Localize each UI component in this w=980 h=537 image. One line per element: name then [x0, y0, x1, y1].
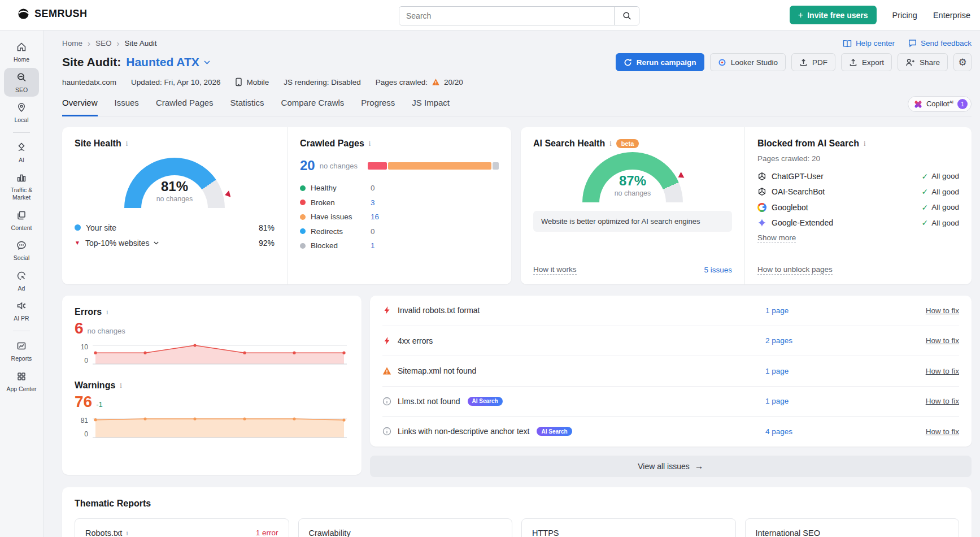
crawled-row-count-link[interactable]: 16	[371, 213, 379, 221]
how-to-fix-link[interactable]: How to fix	[907, 427, 959, 436]
sidebar-item-content[interactable]: Content	[4, 206, 39, 235]
view-all-issues-button[interactable]: View all issues →	[370, 456, 972, 477]
ai-search-badge: AI Search	[468, 397, 503, 406]
sidebar-item-ai-pr[interactable]: AI PR	[4, 296, 39, 326]
blocked-ai-title: Blocked from AI Search	[757, 138, 859, 149]
issue-row-4xx-errors[interactable]: 4xx errors 2 pages How to fix	[382, 326, 959, 356]
sidebar-item-traffic-market[interactable]: Traffic & Market	[4, 168, 39, 204]
ytick-label: 10	[81, 343, 88, 351]
settings-gear-button[interactable]: ⚙	[953, 53, 972, 71]
issue-pages-link[interactable]: 1 page	[765, 306, 901, 315]
how-it-works-link[interactable]: How it works	[533, 265, 577, 275]
breadcrumb-home[interactable]: Home	[62, 39, 82, 47]
share-button[interactable]: Share	[898, 53, 948, 71]
tab-compare-crawls[interactable]: Compare Crawls	[281, 98, 345, 116]
issue-row-llms-not-found[interactable]: Llms.txt not found AI Search 1 page How …	[382, 386, 959, 417]
crawled-row-count-link[interactable]: 3	[371, 198, 375, 207]
tab-progress[interactable]: Progress	[361, 98, 395, 116]
bot-name: OAI-SearchBot	[772, 187, 825, 196]
audit-domain: hauntedatx.com	[62, 78, 116, 86]
crawled-row-blocked: Blocked 1	[300, 239, 499, 253]
seo-icon	[4, 72, 39, 84]
export-button[interactable]: Export	[841, 53, 892, 71]
thematic-card-https[interactable]: HTTPS	[521, 518, 736, 537]
green-dot-icon	[300, 185, 306, 191]
bot-status: All good	[931, 219, 959, 227]
pdf-button[interactable]: PDF	[791, 53, 835, 71]
issue-label: Links with non-descriptive anchor text	[398, 427, 529, 436]
sidebar-item-ai[interactable]: AI	[4, 138, 39, 167]
pricing-link[interactable]: Pricing	[892, 11, 917, 20]
ai-search-health-panel: AI Search Health i beta 87% no changes	[521, 127, 744, 284]
sidebar-item-home[interactable]: Home	[4, 37, 39, 67]
ai-search-message: Website is better optimized for AI searc…	[533, 211, 732, 232]
sidebar-item-seo[interactable]: SEO	[4, 68, 39, 97]
semrush-logo-icon	[17, 7, 30, 20]
help-center-link[interactable]: Help center	[843, 39, 895, 47]
tab-overview[interactable]: Overview	[62, 98, 98, 116]
sidebar-item-reports[interactable]: Reports	[4, 336, 39, 366]
audit-updated: Updated: Fri, Apr 10, 2026	[131, 78, 220, 86]
how-to-fix-link[interactable]: How to fix	[907, 306, 959, 315]
how-to-unblock-link[interactable]: How to unblock pages	[757, 265, 833, 275]
looker-studio-icon	[718, 58, 726, 67]
gear-icon: ⚙	[958, 57, 966, 68]
issue-pages-link[interactable]: 1 page	[765, 367, 901, 375]
bot-row-chatgpt-user: ChatGPT-User ✓All good	[757, 168, 959, 184]
crawled-row-count-link[interactable]: 1	[371, 241, 375, 250]
ai-issues-link[interactable]: 5 issues	[704, 266, 732, 274]
thematic-card-crawlability[interactable]: Crawlability	[298, 518, 513, 537]
issue-row-sitemap-not-found[interactable]: Sitemap.xml not found 1 page How to fix	[382, 356, 959, 386]
issue-pages-link[interactable]: 2 pages	[765, 336, 901, 345]
issue-row-invalid-robots[interactable]: Invalid robots.txt format 1 page How to …	[382, 296, 959, 326]
semrush-logo[interactable]: SEMRUSH	[17, 7, 88, 20]
issue-pages-link[interactable]: 4 pages	[765, 427, 901, 436]
tab-issues[interactable]: Issues	[115, 98, 139, 116]
sidebar-item-app-center[interactable]: App Center	[4, 367, 39, 396]
bot-status: All good	[931, 203, 959, 211]
issue-row-nondescriptive-anchor[interactable]: Links with non-descriptive anchor text A…	[382, 416, 959, 447]
issue-pages-link[interactable]: 1 page	[765, 397, 901, 405]
thematic-label: Crawlability	[309, 529, 351, 537]
show-more-link[interactable]: Show more	[757, 233, 796, 243]
how-to-fix-link[interactable]: How to fix	[907, 336, 959, 345]
add-user-icon	[905, 58, 915, 67]
sidebar-item-label: AI PR	[4, 315, 39, 322]
tab-js-impact[interactable]: JS Impact	[412, 98, 450, 116]
how-to-fix-link[interactable]: How to fix	[907, 367, 959, 375]
breadcrumb-seo[interactable]: SEO	[95, 39, 112, 47]
search-button[interactable]	[614, 7, 639, 25]
warning-triangle-icon	[382, 366, 391, 375]
audit-device: Mobile	[235, 77, 269, 86]
looker-studio-button[interactable]: Looker Studio	[710, 53, 786, 71]
tab-statistics[interactable]: Statistics	[230, 98, 264, 116]
legend-top10-websites[interactable]: ▼ Top-10% websites 92%	[75, 235, 275, 250]
legend-value: 92%	[259, 239, 275, 248]
sidebar-item-local[interactable]: Local	[4, 98, 39, 127]
crawled-row-count: 0	[371, 184, 375, 192]
thematic-reports-card: Thematic Reports Robots.txt i 1 error Cr…	[62, 487, 972, 537]
device-label: Mobile	[246, 78, 269, 86]
sidebar-item-label: SEO	[4, 86, 39, 94]
thematic-card-robots-txt[interactable]: Robots.txt i 1 error	[75, 518, 289, 537]
invite-free-users-button[interactable]: + Invite free users	[790, 6, 877, 24]
thematic-card-international-seo[interactable]: International SEO	[745, 518, 960, 537]
rerun-campaign-button[interactable]: Rerun campaign	[616, 53, 704, 71]
ai-pr-icon	[4, 300, 39, 313]
sidebar-item-social[interactable]: Social	[4, 236, 39, 265]
campaign-selector[interactable]: Haunted ATX	[126, 55, 210, 69]
crawled-pages-change: no changes	[320, 162, 358, 170]
how-to-fix-link[interactable]: How to fix	[907, 397, 959, 405]
check-icon: ✓	[921, 203, 928, 212]
sidebar-item-ad[interactable]: Ad	[4, 266, 39, 296]
copilot-button[interactable]: CopilotAI 1	[908, 96, 972, 112]
thematic-status: 1 error	[256, 529, 278, 537]
enterprise-link[interactable]: Enterprise	[933, 11, 970, 20]
tab-crawled-pages[interactable]: Crawled Pages	[156, 98, 214, 116]
send-feedback-link[interactable]: Send feedback	[908, 39, 972, 47]
ad-icon	[4, 270, 39, 283]
pages-crawled-meta: Pages crawled: 20/20	[376, 78, 463, 86]
copilot-count-badge: 1	[957, 99, 968, 109]
invite-label: Invite free users	[807, 11, 868, 20]
search-input[interactable]	[399, 7, 614, 25]
